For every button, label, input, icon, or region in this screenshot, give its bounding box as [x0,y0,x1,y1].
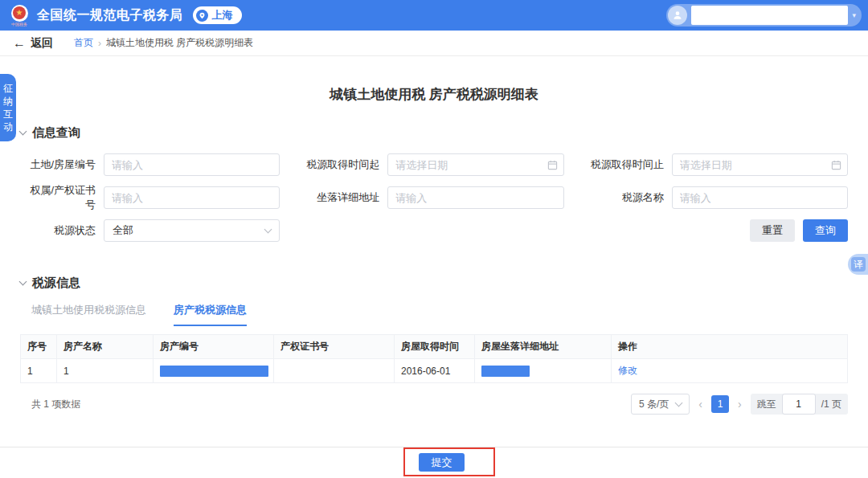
back-button[interactable]: ← 返回 [13,36,53,51]
chevron-down-icon [675,398,683,407]
page-jump: 跳至 /1 页 [751,394,848,415]
translate-icon: 译 [851,257,866,272]
chevron-down-icon [264,225,272,233]
source-name-input[interactable] [672,186,848,209]
query-buttons: 重置 查询 [304,219,848,242]
cell-action: 修改 [612,359,848,383]
date-from-input[interactable] [387,153,563,176]
page-title: 城镇土地使用税 房产税税源明细表 [20,85,848,104]
user-name-value [691,6,848,25]
collapse-chevron-icon[interactable] [19,278,27,286]
prev-page-button[interactable]: ‹ [697,398,704,411]
field-status: 税源状态 全部 [20,219,280,242]
land-house-no-label: 土地/房屋编号 [20,157,104,172]
cert-no-input[interactable] [104,186,280,209]
col-address: 房屋坐落详细地址 [475,335,612,359]
pagination: 5 条/页 ‹ 1 › 跳至 /1 页 [631,394,848,415]
total-count-text: 共 1 项数据 [31,398,80,411]
col-action: 操作 [612,335,848,359]
page-size-value: 5 条/页 [639,398,669,411]
back-label: 返回 [31,36,53,51]
col-index: 序号 [21,335,57,359]
top-header: ★ 中国税务 全国统一规范电子税务局 上海 ▾ [0,0,868,31]
logo-caption: 中国税务 [11,22,27,27]
jump-label: 跳至 [757,398,776,411]
address-label: 坐落详细地址 [304,190,387,205]
cell-acquire-date: 2016-06-01 [395,359,475,383]
submit-button[interactable]: 提交 [419,453,465,472]
collapse-chevron-icon[interactable] [19,128,27,136]
cell-cert [274,359,395,383]
section-query-title: 信息查询 [32,125,80,141]
jump-page-input[interactable] [782,394,816,415]
property-tax-table: 序号 房产名称 房产编号 产权证书号 房屋取得时间 房屋坐落详细地址 操作 1 … [20,334,848,383]
main-content: 城镇土地使用税 房产税税源明细表 信息查询 土地/房屋编号 税源取得时间起 税源… [0,85,868,415]
field-source-name: 税源名称 [588,183,848,212]
breadcrumb-separator-icon: › [98,38,101,49]
location-pin-icon [196,10,208,22]
date-to-input[interactable] [672,153,848,176]
cell-address [475,359,612,383]
total-pages-label: /1 页 [821,398,841,411]
table-footer: 共 1 项数据 5 条/页 ‹ 1 › 跳至 /1 页 [20,394,848,415]
redaction-block [481,366,530,377]
col-cert: 产权证书号 [274,335,395,359]
status-select-value: 全部 [113,223,133,238]
field-land-house-no: 土地/房屋编号 [20,153,280,176]
tab-urban-land-tax[interactable]: 城镇土地使用税税源信息 [31,303,146,326]
col-acquire-date: 房屋取得时间 [395,335,475,359]
modify-link[interactable]: 修改 [618,365,637,376]
back-arrow-icon: ← [13,38,26,49]
emblem-circle: ★ [11,5,28,22]
calendar-icon [831,159,841,174]
region-badge[interactable]: 上海 [193,6,242,24]
breadcrumb-home[interactable]: 首页 [74,36,93,50]
tab-property-tax[interactable]: 房产税税源信息 [174,303,247,326]
region-label: 上海 [212,8,233,22]
current-page-button[interactable]: 1 [711,395,729,413]
address-input[interactable] [387,186,563,209]
app-title: 全国统一规范电子税务局 [37,7,183,24]
date-to-label: 税源取得时间止 [588,157,672,172]
reset-button[interactable]: 重置 [750,219,795,242]
user-menu[interactable]: ▾ [666,4,862,27]
redaction-block [160,366,268,377]
chevron-down-icon: ▾ [852,11,856,19]
page-size-select[interactable]: 5 条/页 [631,394,690,415]
status-select[interactable]: 全部 [104,219,280,242]
source-tabs: 城镇土地使用税税源信息 房产税税源信息 [20,303,848,326]
query-form: 土地/房屋编号 税源取得时间起 税源取得时间止 权属/产权证书号 [20,153,848,242]
app-root: ★ 中国税务 全国统一规范电子税务局 上海 ▾ ← 返回 首页 › 城镇土地使用… [0,0,868,478]
section-query-header: 信息查询 [20,125,848,141]
field-address: 坐落详细地址 [304,183,563,212]
date-from-label: 税源取得时间起 [304,157,387,172]
cert-no-label: 权属/产权证书号 [20,183,104,212]
cell-number [154,359,274,383]
calendar-icon [547,159,558,174]
search-button[interactable]: 查询 [803,219,848,242]
field-cert-no: 权属/产权证书号 [20,183,280,212]
cell-index: 1 [21,359,57,383]
field-date-from: 税源取得时间起 [304,153,563,176]
col-number: 房产编号 [154,335,274,359]
section-source-title: 税源信息 [32,276,80,291]
cell-name: 1 [57,359,154,383]
field-date-to: 税源取得时间止 [588,153,848,176]
source-name-label: 税源名称 [588,190,672,205]
breadcrumb: ← 返回 首页 › 城镇土地使用税 房产税税源明细表 [0,31,868,56]
land-house-no-input[interactable] [104,153,280,176]
side-tab-interaction-center[interactable]: 征纳互动 [0,74,16,141]
breadcrumb-current: 城镇土地使用税 房产税税源明细表 [106,36,253,50]
translate-tool[interactable]: 译 [848,254,868,275]
next-page-button[interactable]: › [736,398,743,411]
emblem-star-icon: ★ [13,6,26,19]
col-name: 房产名称 [57,335,154,359]
status-label: 税源状态 [20,223,104,238]
section-source-header: 税源信息 [20,276,848,291]
table-header-row: 序号 房产名称 房产编号 产权证书号 房屋取得时间 房屋坐落详细地址 操作 [21,335,848,359]
user-avatar-icon [668,6,687,25]
table-row: 1 1 2016-06-01 修改 [21,359,848,383]
tax-bureau-logo-icon: ★ 中国税务 [8,5,31,27]
